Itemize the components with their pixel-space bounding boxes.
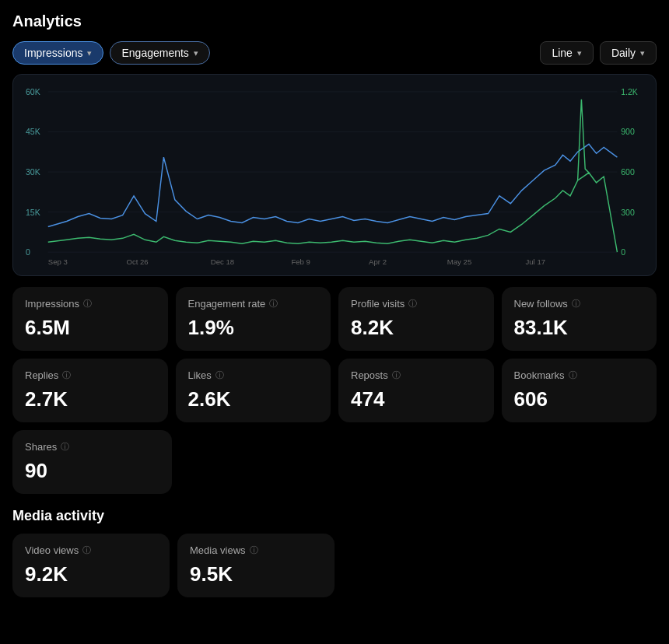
period-btn[interactable]: Daily ▾ [600,41,657,65]
stats-row3: Shares ⓘ 90 [12,430,657,494]
stat-value: 6.5M [25,316,156,340]
stat-card-replies: Replies ⓘ 2.7K [12,359,168,422]
svg-text:Sep 3: Sep 3 [48,257,68,266]
info-icon: ⓘ [83,298,92,310]
chart-type-label: Line [552,47,572,59]
info-icon: ⓘ [250,544,258,556]
stat-value: 1.9% [188,316,319,340]
stat-card-impressions: Impressions ⓘ 6.5M [12,287,168,351]
period-chevron-icon: ▾ [640,48,645,58]
info-icon: ⓘ [82,544,91,556]
stats-row2: Replies ⓘ 2.7K Likes ⓘ 2.6K Reposts ⓘ 47… [12,359,657,422]
svg-text:30K: 30K [26,167,41,177]
toolbar-left: Impressions ▾ Engagements ▾ [12,41,532,65]
stat-label: Impressions ⓘ [25,298,156,310]
info-icon: ⓘ [269,298,278,310]
stat-value: 83.1K [514,316,645,340]
toolbar-right: Line ▾ Daily ▾ [540,41,657,65]
stat-label: Shares ⓘ [25,441,159,453]
stat-card-engagement-rate: Engagement rate ⓘ 1.9% [176,287,331,351]
stat-value: 474 [351,387,482,411]
info-icon: ⓘ [61,441,69,453]
stat-value: 90 [25,459,159,483]
media-activity-heading: Media activity [12,508,657,524]
stat-label: Likes ⓘ [188,369,319,381]
stat-label: Reposts ⓘ [351,369,482,381]
info-icon: ⓘ [572,298,580,310]
impressions-filter-label: Impressions [24,47,82,59]
chart-type-chevron-icon: ▾ [577,48,582,58]
stat-value: 2.7K [25,387,156,411]
engagements-filter-btn[interactable]: Engagements ▾ [110,41,209,65]
svg-text:Dec 18: Dec 18 [211,257,234,266]
svg-text:0: 0 [621,247,625,257]
stat-label: Engagement rate ⓘ [188,298,319,310]
stat-value: 606 [514,387,645,411]
svg-text:900: 900 [621,127,635,136]
svg-text:600: 600 [621,167,635,177]
impressions-chevron-icon: ▾ [87,48,92,58]
stat-label: Replies ⓘ [25,369,156,381]
stats-row1: Impressions ⓘ 6.5M Engagement rate ⓘ 1.9… [12,287,657,351]
info-icon: ⓘ [215,369,224,381]
stat-card-profile-visits: Profile visits ⓘ 8.2K [338,287,494,351]
svg-text:0: 0 [26,247,30,257]
toolbar: Impressions ▾ Engagements ▾ Line ▾ Daily… [12,41,657,65]
info-icon: ⓘ [569,369,577,381]
svg-text:Jul 17: Jul 17 [525,257,545,266]
stat-value: 8.2K [351,316,482,340]
media-stat-value: 9.2K [25,562,157,586]
impressions-filter-btn[interactable]: Impressions ▾ [12,41,103,65]
info-icon: ⓘ [392,369,401,381]
stat-card-reposts: Reposts ⓘ 474 [338,359,494,422]
svg-text:Apr 2: Apr 2 [369,257,387,266]
stat-label: Bookmarks ⓘ [514,369,645,381]
chart-type-btn[interactable]: Line ▾ [540,41,593,65]
engagements-chevron-icon: ▾ [194,48,198,58]
svg-text:15K: 15K [26,207,41,216]
svg-text:Oct 26: Oct 26 [126,257,148,266]
info-icon: ⓘ [62,369,71,381]
stat-value: 2.6K [188,387,319,411]
svg-text:45K: 45K [26,127,41,136]
media-stat-card-video-views: Video views ⓘ 9.2K [12,534,170,597]
svg-text:1.2K: 1.2K [621,87,639,96]
svg-text:300: 300 [621,207,635,216]
media-stat-label: Media views ⓘ [190,544,322,556]
stat-label: Profile visits ⓘ [351,298,482,310]
svg-text:60K: 60K [26,87,41,96]
stat-label: New follows ⓘ [514,298,645,310]
stat-card-likes: Likes ⓘ 2.6K [176,359,331,422]
stat-card-new-follows: New follows ⓘ 83.1K [502,287,657,351]
media-stat-card-media-views: Media views ⓘ 9.5K [177,534,334,597]
info-icon: ⓘ [408,298,417,310]
period-label: Daily [611,47,636,59]
analytics-chart: 60K 45K 30K 15K 0 1.2K 900 600 300 0 [12,74,657,276]
stat-card-bookmarks: Bookmarks ⓘ 606 [502,359,657,422]
engagements-filter-label: Engagements [121,47,188,59]
media-stat-value: 9.5K [190,562,322,586]
svg-text:Feb 9: Feb 9 [291,257,310,266]
media-stat-label: Video views ⓘ [25,544,157,556]
media-activity-grid: Video views ⓘ 9.2K Media views ⓘ 9.5K [12,534,657,597]
page-title: Analytics [12,12,657,30]
svg-text:May 25: May 25 [447,257,472,266]
stat-card-shares: Shares ⓘ 90 [12,430,172,494]
